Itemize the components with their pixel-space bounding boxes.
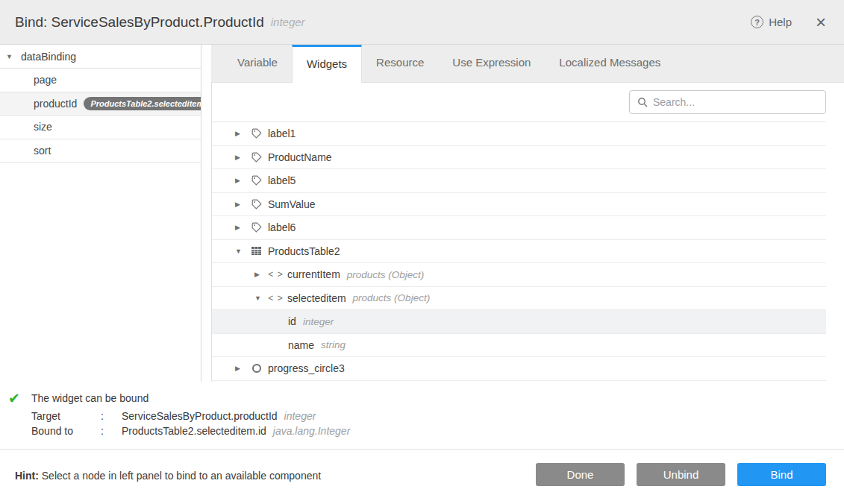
help-icon: ?	[751, 16, 763, 28]
boundto-value: ProductsTable2.selecteditem.id	[122, 425, 266, 437]
tree-row-label: ProductsTable2	[268, 245, 340, 257]
tree-row-label: name	[288, 339, 314, 351]
hint-label: Hint:	[15, 470, 39, 482]
tree-row-type: integer	[303, 316, 334, 327]
tab-widgets[interactable]: Widgets	[292, 45, 362, 83]
dialog-header: Bind: ServiceSalesByProduct.ProductId in…	[0, 0, 844, 45]
tag-icon	[250, 221, 263, 233]
chevron-down-icon[interactable]: ▼	[235, 248, 245, 255]
chevron-right-icon[interactable]: ▶	[235, 365, 245, 372]
sidebar-item-size[interactable]: size	[0, 116, 201, 139]
table-icon	[250, 245, 263, 256]
tree-row-label1[interactable]: ▶ label1	[212, 122, 826, 146]
tag-icon	[250, 198, 263, 210]
tab-resource[interactable]: Resource	[362, 45, 438, 82]
search-input[interactable]	[653, 96, 818, 108]
sidebar-item-databinding[interactable]: ▼ dataBinding	[0, 45, 201, 69]
tree-row-label: currentItem	[287, 268, 340, 280]
tab-localized-messages[interactable]: Localized Messages	[545, 45, 675, 82]
close-icon[interactable]: ×	[816, 15, 826, 30]
help-label: Help	[769, 16, 792, 28]
done-button[interactable]: Done	[536, 463, 625, 486]
status-boundto-row: Bound to : ProductsTable2.selecteditem.i…	[31, 423, 350, 438]
search-box[interactable]	[629, 90, 826, 114]
binding-tree-panel: ▼ dataBinding page productId ProductsTab…	[0, 45, 201, 382]
tag-icon	[250, 127, 263, 139]
chevron-right-icon[interactable]: ▶	[235, 201, 245, 208]
tree-row-label: ProductName	[268, 151, 332, 163]
chevron-down-icon[interactable]: ▼	[6, 53, 15, 60]
bind-button[interactable]: Bind	[737, 463, 826, 486]
tree-row-progress-circle3[interactable]: ▶ progress_circle3	[212, 357, 826, 381]
target-label: Target	[31, 410, 101, 422]
sidebar-item-label: productId	[34, 98, 77, 110]
chevron-right-icon[interactable]: ▶	[235, 177, 245, 184]
sidebar-item-productid[interactable]: productId ProductsTable2.selecteditem.id	[0, 92, 201, 116]
tree-row-type: products (Object)	[353, 292, 431, 303]
circle-icon	[250, 363, 263, 374]
chevron-right-icon[interactable]: ▶	[235, 130, 245, 137]
tab-bar: Variable Widgets Resource Use Expression…	[211, 45, 844, 82]
boundto-label: Bound to	[31, 425, 101, 437]
tree-row-type: products (Object)	[347, 269, 425, 280]
tree-row-label: label6	[268, 221, 296, 233]
chevron-down-icon[interactable]: ▼	[254, 294, 264, 302]
boundto-type: java.lang.Integer	[273, 425, 351, 437]
chevron-right-icon[interactable]: ▶	[235, 224, 245, 231]
sidebar-item-label: size	[34, 121, 52, 133]
hint-body: Select a node in left panel to bind to a…	[39, 470, 321, 482]
sidebar-item-label: page	[34, 74, 57, 86]
search-icon	[637, 97, 648, 107]
tree-row-type: string	[321, 339, 346, 350]
dialog-title: Bind: ServiceSalesByProduct.ProductId	[15, 14, 264, 31]
status-message: The widget can be bound	[31, 392, 350, 404]
tree-row-label: selecteditem	[287, 292, 346, 304]
chevron-right-icon[interactable]: ▶	[235, 154, 245, 161]
tree-row-label5[interactable]: ▶ label5	[212, 169, 826, 193]
binding-badge: ProductsTable2.selecteditem.id	[84, 97, 201, 110]
tree-row-id[interactable]: id integer	[212, 310, 826, 334]
tree-row-name[interactable]: name string	[212, 334, 826, 358]
main-content: Variable Widgets Resource Use Expression…	[211, 45, 844, 382]
tab-label: Use Expression	[452, 56, 531, 69]
sidebar-item-label: sort	[34, 145, 51, 157]
tree-row-selecteditem[interactable]: ▼ < > selecteditem products (Object)	[212, 287, 826, 311]
tree-row-sumvalue[interactable]: ▶ SumValue	[212, 193, 826, 217]
object-icon: < >	[269, 293, 282, 303]
tree-row-currentitem[interactable]: ▶ < > currentItem products (Object)	[212, 263, 826, 287]
tab-label: Localized Messages	[559, 56, 660, 69]
search-row	[212, 83, 844, 122]
widgets-panel: ▶ label1 ▶ ProductName ▶ label5	[211, 82, 844, 382]
tag-icon	[250, 151, 263, 163]
colon: :	[101, 410, 122, 422]
sidebar-item-page[interactable]: page	[0, 69, 201, 92]
status-target-row: Target : ServiceSalesByProduct.productId…	[31, 409, 350, 423]
tree-row-productname[interactable]: ▶ ProductName	[212, 146, 826, 170]
hint-text: Hint: Select a node in left panel to bin…	[15, 470, 321, 482]
tree-row-label: progress_circle3	[268, 362, 345, 374]
tree-row-label6[interactable]: ▶ label6	[212, 216, 826, 240]
object-icon: < >	[269, 269, 282, 280]
tree-row-label: label1	[268, 127, 296, 139]
binding-status: ✔ The widget can be bound Target : Servi…	[0, 382, 844, 449]
tab-label: Resource	[376, 56, 424, 69]
tab-label: Variable	[237, 56, 278, 69]
tag-icon	[250, 174, 263, 186]
tab-use-expression[interactable]: Use Expression	[438, 45, 545, 82]
unbind-button[interactable]: Unbind	[637, 463, 725, 486]
check-icon: ✔	[8, 390, 20, 407]
tree-row-label: id	[288, 315, 296, 327]
sidebar-item-sort[interactable]: sort	[0, 139, 201, 163]
tab-label: Widgets	[307, 57, 347, 70]
target-type: integer	[284, 410, 316, 422]
sidebar-item-label: dataBinding	[21, 51, 76, 63]
widget-tree: ▶ label1 ▶ ProductName ▶ label5	[212, 122, 826, 381]
tree-row-label: SumValue	[268, 198, 316, 210]
chevron-right-icon[interactable]: ▶	[254, 271, 264, 278]
dialog-title-type: integer	[271, 16, 305, 28]
colon: :	[101, 425, 122, 437]
tree-row-productstable2[interactable]: ▼ ProductsTable2	[212, 240, 826, 264]
tab-variable[interactable]: Variable	[223, 45, 292, 82]
tree-row-label: label5	[268, 174, 296, 186]
help-button[interactable]: ? Help	[751, 16, 792, 28]
